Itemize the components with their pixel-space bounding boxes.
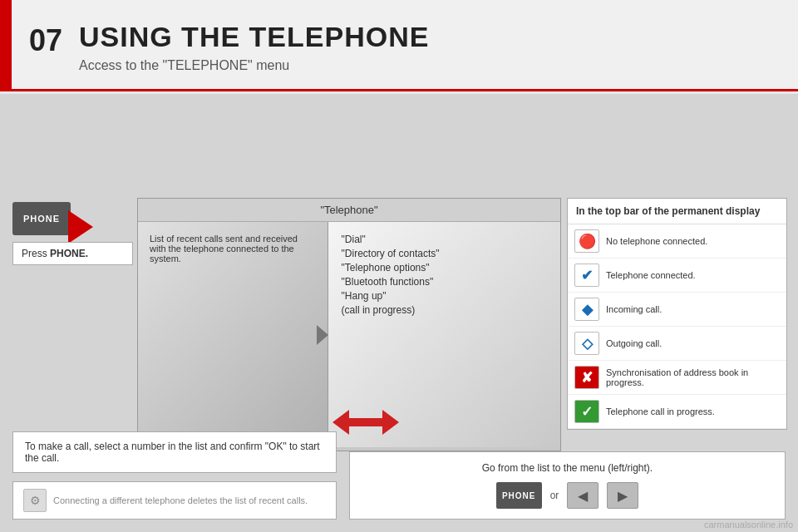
press-text: Press [22, 248, 50, 259]
chapter-subtitle: Access to the "TELEPHONE" menu [79, 58, 289, 73]
sync-symbol: ✘ [581, 369, 593, 387]
permanent-display-panel: In the top bar of the permanent display … [567, 198, 787, 430]
press-bold: PHONE. [50, 248, 88, 259]
connecting-info-box: ⚙ Connecting a different telephone delet… [12, 481, 337, 520]
or-label: or [550, 490, 559, 501]
phone-button-area: PHONE [12, 202, 112, 240]
pd-item-outgoing: ◇ Outgoing call. [568, 327, 786, 361]
pd-text-outgoing: Outgoing call. [606, 338, 662, 348]
permanent-display-title: In the top bar of the permanent display [568, 199, 786, 224]
chapter-title: USING THE TELEPHONE [79, 21, 429, 53]
menu-item-dial[interactable]: "Dial" [342, 234, 547, 245]
menu-item-bluetooth[interactable]: "Bluetooth functions" [342, 276, 547, 288]
gear-icon: ⚙ [23, 489, 47, 512]
incoming-call-symbol: ◆ [582, 301, 593, 318]
chapter-number: 07 [29, 23, 62, 58]
pd-text-no-phone: No telephone connected. [606, 236, 707, 246]
connecting-text: Connecting a different telephone deletes… [53, 495, 308, 505]
screen-left-text: List of recent calls sent and received w… [150, 234, 298, 264]
screen-left-panel: List of recent calls sent and received w… [138, 222, 328, 447]
screen-panel-arrow [317, 325, 328, 345]
red-arrows-nav [332, 406, 399, 442]
phone-icon-button: PHONE [12, 202, 71, 235]
left-nav-button[interactable]: ◀ [567, 482, 598, 509]
watermark: carmanualsonline.info [699, 517, 798, 532]
bluetooth-symbol: 🔴 [579, 233, 596, 250]
bt-icon-call-progress: ✓ [574, 400, 599, 423]
bottom-left-area: To make a call, select a number in the l… [12, 431, 337, 520]
bt-icon-no-phone: 🔴 [574, 229, 599, 253]
nav-buttons-row: PHONE or ◀ ▶ [363, 482, 771, 509]
bt-icon-sync: ✘ [574, 366, 599, 389]
pd-text-sync: Synchronisation of address book in progr… [606, 367, 780, 387]
make-call-text: To make a call, select a number in the l… [25, 441, 320, 464]
phone-icon-label: PHONE [23, 214, 60, 224]
phone-nav-label: PHONE [502, 491, 536, 500]
menu-item-call-progress: (call in progress) [342, 304, 547, 316]
bottom-right-area: Go from the list to the menu (left/right… [349, 451, 786, 520]
make-call-instruction: To make a call, select a number in the l… [12, 431, 337, 473]
menu-item-hangup[interactable]: "Hang up" [342, 290, 547, 302]
screen-title: "Telephone" [138, 199, 560, 222]
pd-item-no-phone: 🔴 No telephone connected. [568, 224, 786, 259]
outgoing-call-symbol: ◇ [582, 335, 593, 352]
bt-icon-connected: ✔ [574, 264, 599, 287]
pd-item-sync: ✘ Synchronisation of address book in pro… [568, 361, 786, 395]
pd-text-connected: Telephone connected. [606, 270, 696, 280]
pd-item-phone-connected: ✔ Telephone connected. [568, 259, 786, 293]
go-from-list-text: Go from the list to the menu (left/right… [363, 462, 771, 474]
main-content: PHONE Press PHONE. "Telephone" List of r… [0, 94, 798, 532]
menu-item-directory[interactable]: "Directory of contacts" [342, 248, 547, 259]
phone-nav-button[interactable]: PHONE [496, 482, 542, 509]
header-section: 07 USING THE TELEPHONE Access to the "TE… [0, 0, 798, 91]
arrow-to-screen [68, 210, 93, 244]
pd-text-call-progress: Telephone call in progress. [606, 406, 715, 416]
menu-item-options[interactable]: "Telephone options" [342, 262, 547, 273]
red-accent-tab [0, 0, 12, 91]
press-phone-instruction: Press PHONE. [12, 242, 133, 265]
pd-item-incoming: ◆ Incoming call. [568, 293, 786, 327]
pd-item-call-progress: ✓ Telephone call in progress. [568, 395, 786, 429]
call-progress-symbol: ✓ [581, 403, 593, 421]
bt-icon-incoming: ◆ [574, 298, 599, 321]
bt-icon-outgoing: ◇ [574, 332, 599, 355]
svg-marker-0 [332, 410, 399, 435]
right-nav-button[interactable]: ▶ [607, 482, 638, 509]
bluetooth-connected-symbol: ✔ [581, 267, 593, 284]
pd-text-incoming: Incoming call. [606, 304, 662, 314]
